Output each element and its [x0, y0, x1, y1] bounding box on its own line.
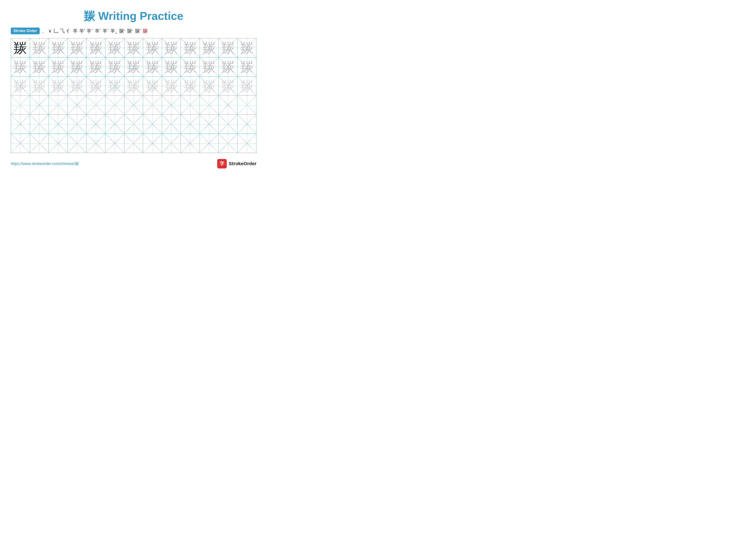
- grid-cell[interactable]: [30, 134, 49, 153]
- practice-char: 羰: [221, 41, 235, 55]
- practice-char: 羰: [221, 60, 235, 73]
- practice-char: 羰: [146, 41, 159, 55]
- grid-cell[interactable]: 羰: [105, 58, 124, 76]
- grid-cell[interactable]: [181, 96, 200, 114]
- grid-cell[interactable]: [162, 134, 181, 153]
- grid-cell[interactable]: 羰: [124, 58, 143, 76]
- page-title: 羰 Writing Practice: [11, 9, 256, 24]
- grid-cell[interactable]: 羰: [49, 76, 68, 95]
- grid-cell[interactable]: [143, 114, 162, 134]
- grid-cell[interactable]: 羰: [49, 38, 68, 57]
- grid-cell[interactable]: [219, 114, 238, 134]
- grid-cell[interactable]: 羰: [181, 38, 200, 57]
- grid-cell[interactable]: [124, 114, 143, 134]
- grid-cell[interactable]: 羰: [219, 58, 238, 76]
- grid-cell[interactable]: [219, 134, 238, 153]
- grid-cell[interactable]: 羰: [49, 58, 68, 76]
- grid-cell[interactable]: [30, 114, 49, 134]
- practice-char: 羰: [70, 60, 84, 73]
- grid-row: [11, 96, 256, 115]
- practice-char: 羰: [127, 79, 140, 93]
- grid-cell[interactable]: [143, 134, 162, 153]
- grid-cell[interactable]: 羰: [30, 38, 49, 57]
- grid-cell[interactable]: 羰: [181, 58, 200, 76]
- grid-cell[interactable]: 羰: [11, 76, 30, 95]
- grid-cell[interactable]: 羰: [105, 38, 124, 57]
- practice-char: 羰: [108, 60, 121, 73]
- footer-logo: 字 StrokeOrder: [217, 159, 256, 168]
- grid-row: 羰羰羰羰羰羰羰羰羰羰羰羰羰: [11, 38, 256, 58]
- grid-cell[interactable]: 羰: [181, 76, 200, 95]
- grid-cell[interactable]: [200, 96, 219, 114]
- grid-cell[interactable]: 羰: [124, 38, 143, 57]
- grid-cell[interactable]: [86, 114, 105, 134]
- grid-cell[interactable]: [105, 114, 124, 134]
- practice-char: 羰: [33, 41, 46, 55]
- grid-cell[interactable]: [105, 96, 124, 114]
- grid-cell[interactable]: [68, 114, 87, 134]
- grid-cell[interactable]: 羰: [105, 76, 124, 95]
- grid-cell[interactable]: [181, 134, 200, 153]
- practice-char: 羰: [33, 79, 46, 93]
- grid-cell[interactable]: 羰: [162, 58, 181, 76]
- grid-cell[interactable]: [162, 114, 181, 134]
- grid-cell[interactable]: 羰: [219, 38, 238, 57]
- grid-cell[interactable]: 羰: [11, 58, 30, 76]
- grid-cell[interactable]: [49, 134, 68, 153]
- grid-cell[interactable]: [11, 96, 30, 114]
- grid-cell[interactable]: [181, 114, 200, 134]
- grid-cell[interactable]: [49, 114, 68, 134]
- grid-cell[interactable]: 羰: [11, 38, 30, 57]
- grid-cell[interactable]: [219, 96, 238, 114]
- grid-cell[interactable]: [124, 134, 143, 153]
- grid-cell[interactable]: 羰: [86, 58, 105, 76]
- grid-row: 羰羰羰羰羰羰羰羰羰羰羰羰羰: [11, 76, 256, 96]
- grid-cell[interactable]: [11, 134, 30, 153]
- grid-cell[interactable]: 羰: [86, 76, 105, 95]
- grid-cell[interactable]: 羰: [30, 58, 49, 76]
- grid-cell[interactable]: 羰: [124, 76, 143, 95]
- practice-char: 羰: [240, 41, 254, 55]
- grid-cell[interactable]: 羰: [143, 76, 162, 95]
- grid-cell[interactable]: [200, 114, 219, 134]
- grid-cell[interactable]: 羰: [68, 58, 87, 76]
- grid-cell[interactable]: 羰: [219, 76, 238, 95]
- grid-cell[interactable]: [237, 96, 256, 114]
- grid-cell[interactable]: [11, 114, 30, 134]
- grid-cell[interactable]: [30, 96, 49, 114]
- footer: https://www.strokeorder.com/chinese/羰 字 …: [11, 159, 256, 168]
- grid-cell[interactable]: 羰: [237, 38, 256, 57]
- practice-char: 羰: [146, 60, 159, 73]
- grid-cell[interactable]: 羰: [162, 76, 181, 95]
- grid-cell[interactable]: [68, 96, 87, 114]
- grid-cell[interactable]: [237, 134, 256, 153]
- grid-cell[interactable]: 羰: [86, 38, 105, 57]
- practice-char: 羰: [165, 41, 178, 55]
- grid-cell[interactable]: 羰: [200, 38, 219, 57]
- grid-cell[interactable]: 羰: [143, 58, 162, 76]
- grid-cell[interactable]: [143, 96, 162, 114]
- practice-char: 羰: [184, 41, 197, 55]
- grid-cell[interactable]: 羰: [237, 76, 256, 95]
- footer-url[interactable]: https://www.strokeorder.com/chinese/羰: [11, 161, 79, 166]
- grid-cell[interactable]: [49, 96, 68, 114]
- grid-cell[interactable]: [162, 96, 181, 114]
- grid-cell[interactable]: 羰: [143, 38, 162, 57]
- grid-cell[interactable]: [68, 134, 87, 153]
- grid-cell[interactable]: 羰: [200, 58, 219, 76]
- grid-cell[interactable]: [86, 134, 105, 153]
- grid-cell[interactable]: 羰: [237, 58, 256, 76]
- grid-cell[interactable]: [105, 134, 124, 153]
- grid-cell[interactable]: 羰: [30, 76, 49, 95]
- grid-cell[interactable]: 羰: [162, 38, 181, 57]
- grid-cell[interactable]: 羰: [68, 38, 87, 57]
- grid-cell[interactable]: 羰: [200, 76, 219, 95]
- grid-cell[interactable]: [86, 96, 105, 114]
- grid-cell[interactable]: [237, 114, 256, 134]
- grid-row: [11, 134, 256, 153]
- grid-cell[interactable]: 羰: [68, 76, 87, 95]
- grid-cell[interactable]: [124, 96, 143, 114]
- practice-char: 羰: [14, 41, 27, 55]
- grid-cell[interactable]: [200, 134, 219, 153]
- practice-char: 羰: [14, 79, 27, 93]
